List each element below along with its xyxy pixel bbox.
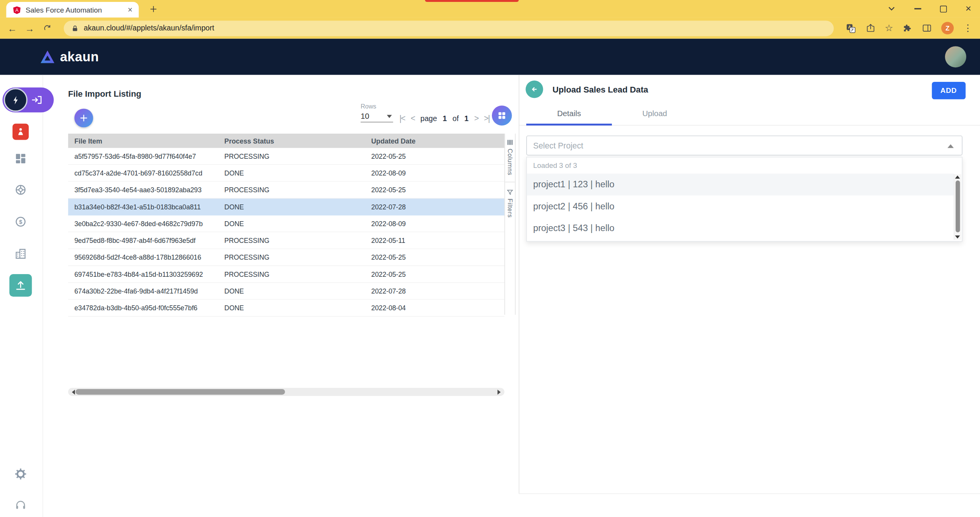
browser-profile-avatar[interactable]: Z [941, 22, 954, 34]
table-row[interactable]: 3f5d7ea3-3540-4e54-aae3-501892aba293PROC… [68, 182, 504, 198]
table-row[interactable]: 674a30b2-22be-4fa6-9db4-a4f217f1459dDONE… [68, 283, 504, 300]
grid-view-button[interactable] [492, 105, 512, 125]
browser-tab[interactable]: A Sales Force Automation × [6, 2, 139, 18]
cell-file-item: 9569268d-5d2f-4ce8-a88d-178b12866016 [68, 254, 218, 261]
screen: A Sales Force Automation × × ← → akaun.c… [0, 0, 980, 517]
pagination: |< < page 1 of 1 > >| [399, 114, 490, 123]
cell-process-status: PROCESSING [218, 270, 365, 278]
dropdown-scrollbar[interactable] [954, 174, 961, 240]
project-option[interactable]: project1 | 123 | hello [527, 174, 954, 195]
table-row[interactable]: 697451be-e783-4b84-a15d-b11303259692PROC… [68, 266, 504, 283]
scroll-down-icon[interactable] [955, 235, 960, 238]
project-option[interactable]: project3 | 543 | hello [527, 217, 954, 239]
gear-icon [14, 468, 27, 480]
cell-file-item: b31a34e0-b82f-43e1-a51b-0183bca0a811 [68, 203, 218, 211]
cell-updated-date: 2022-05-25 [365, 270, 504, 278]
table-row[interactable]: e34782da-b3db-4b50-a95d-f0fc555e7bf6DONE… [68, 300, 504, 316]
project-option[interactable]: project2 | 456 | hello [527, 195, 954, 217]
table-row[interactable]: a5f57957-53d6-45fa-8980-9d77f640f4e7PROC… [68, 148, 504, 165]
window-minimize-icon[interactable] [914, 8, 921, 9]
building-icon [14, 247, 27, 260]
bolt-circle-icon [4, 88, 27, 112]
cell-file-item: 697451be-e783-4b84-a15d-b11303259692 [68, 270, 218, 278]
next-page-button[interactable]: > [474, 114, 478, 123]
browser-window: A Sales Force Automation × × ← → akaun.c… [0, 0, 980, 517]
svg-text:A: A [15, 8, 19, 13]
column-header-process-status[interactable]: Process Status [218, 137, 365, 145]
scroll-left-icon[interactable] [69, 389, 75, 394]
akaun-logo[interactable]: akaun [40, 49, 99, 64]
tab-title: Sales Force Automation [26, 6, 123, 14]
app-body: $ [0, 75, 980, 517]
last-page-button[interactable]: >| [484, 114, 490, 123]
dashboard-icon [14, 152, 27, 165]
page-title: File Import Listing [68, 89, 141, 99]
horizontal-scrollbar[interactable] [68, 388, 504, 396]
cell-file-item: 9ed75ed8-f8bc-4987-ab4f-6d67f963e5df [68, 237, 218, 244]
tab-close-icon[interactable]: × [128, 6, 132, 14]
window-close-icon[interactable]: × [966, 4, 971, 14]
cell-updated-date: 2022-07-28 [365, 203, 504, 211]
file-import-table: File Item Process Status Updated Date a5… [68, 134, 504, 396]
add-button[interactable]: ADD [932, 82, 966, 99]
cell-updated-date: 2022-05-25 [365, 254, 504, 261]
caret-down-icon [387, 115, 392, 118]
first-page-button[interactable]: |< [399, 114, 405, 123]
rows-select[interactable]: 10 [360, 112, 393, 123]
dollar-icon: $ [14, 215, 27, 228]
scroll-right-icon[interactable] [498, 389, 503, 394]
cell-updated-date: 2022-05-25 [365, 186, 504, 194]
reload-button[interactable] [43, 24, 52, 33]
file-import-panel: File Import Listing Rows 10 |< < page 1 … [43, 75, 519, 517]
sidebar-item-help[interactable] [14, 499, 27, 512]
tab-details[interactable]: Details [526, 102, 612, 125]
prev-page-button[interactable]: < [411, 114, 415, 123]
dropdown-scroll-thumb[interactable] [955, 180, 959, 232]
side-panel-icon[interactable] [922, 23, 932, 33]
panel-back-button[interactable] [525, 81, 543, 98]
add-file-button[interactable] [74, 109, 93, 127]
scroll-up-icon[interactable] [955, 176, 960, 179]
sidebar-item-settings[interactable] [14, 468, 27, 480]
side-tab-columns[interactable]: Columns [505, 134, 515, 176]
new-tab-button[interactable] [149, 4, 158, 14]
sidebar-item-applet-launcher[interactable] [3, 88, 54, 113]
side-tab-filters[interactable]: Filters [505, 182, 515, 218]
table-row[interactable]: cd75c374-a2de-4701-b697-81602558d7cdDONE… [68, 165, 504, 182]
tab-upload[interactable]: Upload [612, 102, 698, 125]
horizontal-scroll-thumb[interactable] [75, 389, 285, 395]
app-sidebar: $ [0, 75, 43, 517]
table-row[interactable]: b31a34e0-b82f-43e1-a51b-0183bca0a811DONE… [68, 199, 504, 215]
table-row[interactable]: 9569268d-5d2f-4ce8-a88d-178b12866016PROC… [68, 249, 504, 266]
project-select[interactable]: Select Project [526, 136, 962, 155]
table-row[interactable]: 3e0ba2c2-9330-4e67-8ded-e4682c79d97bDONE… [68, 215, 504, 232]
forward-button[interactable]: → [25, 24, 35, 33]
lock-icon [71, 24, 79, 32]
translate-icon[interactable]: A [845, 23, 856, 34]
cell-process-status: DONE [218, 220, 365, 227]
column-header-updated-date[interactable]: Updated Date [365, 137, 504, 145]
back-button[interactable]: ← [8, 24, 17, 33]
column-header-file-item[interactable]: File Item [68, 137, 218, 145]
window-chevron-icon[interactable] [887, 6, 895, 12]
sidebar-item-finance[interactable]: $ [14, 215, 27, 228]
sidebar-item-sfa-app[interactable] [13, 124, 29, 140]
bookmark-star-icon[interactable]: ☆ [885, 24, 893, 33]
cell-process-status: PROCESSING [218, 237, 365, 244]
plus-icon [79, 113, 89, 123]
sidebar-item-support[interactable] [14, 184, 27, 196]
cell-process-status: PROCESSING [218, 152, 365, 160]
cell-file-item: 3e0ba2c2-9330-4e67-8ded-e4682c79d97b [68, 220, 218, 227]
extensions-puzzle-icon[interactable] [903, 23, 913, 33]
address-bar[interactable]: akaun.cloud/#/applets/akaun/sfa/import [64, 20, 833, 36]
browser-menu-icon[interactable]: ⋮ [963, 22, 973, 34]
sidebar-item-upload[interactable] [10, 274, 32, 297]
sidebar-item-dashboard[interactable] [14, 152, 27, 165]
share-icon[interactable] [865, 23, 875, 33]
sidebar-item-organization[interactable] [14, 247, 27, 260]
user-avatar[interactable] [945, 46, 966, 67]
cell-process-status: DONE [218, 169, 365, 177]
page-total: 1 [464, 114, 469, 123]
window-maximize-icon[interactable] [940, 5, 946, 12]
table-row[interactable]: 9ed75ed8-f8bc-4987-ab4f-6d67f963e5dfPROC… [68, 232, 504, 249]
